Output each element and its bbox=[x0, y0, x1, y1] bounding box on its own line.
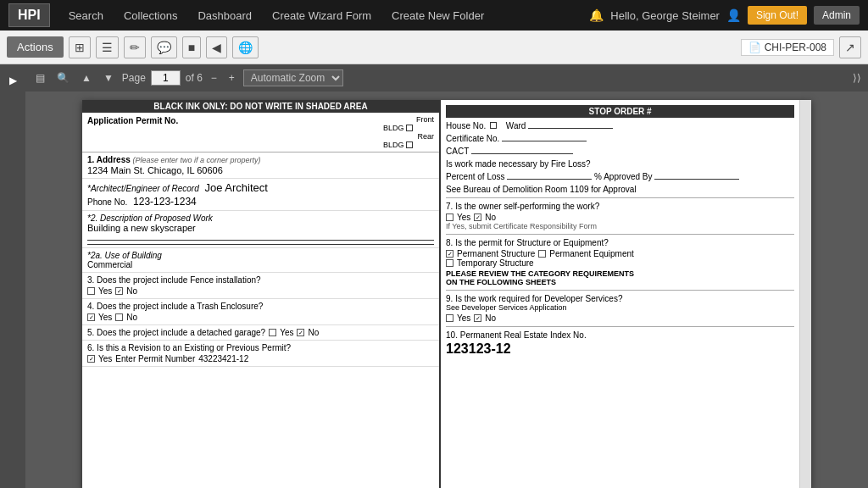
trash-yes-label: Yes bbox=[98, 313, 112, 322]
user-greeting: Hello, George Steimer bbox=[610, 9, 720, 22]
address-sublabel: (Please enter two if a corner property) bbox=[133, 156, 261, 164]
app-permit-label: Application Permit No. bbox=[87, 116, 178, 125]
zoom-in-btn[interactable]: + bbox=[225, 70, 238, 86]
desc-label: *2. Description of Proposed Work bbox=[87, 214, 434, 223]
page-input[interactable] bbox=[151, 70, 181, 86]
revision-permit-label: Enter Permit Number bbox=[115, 354, 195, 363]
q9-yes-cb bbox=[446, 314, 453, 322]
garage-section: 5. Does the project include a detached g… bbox=[82, 325, 439, 341]
pdf-content[interactable]: BLACK INK ONLY: DO NOT WRITE IN SHADED A… bbox=[25, 92, 868, 488]
pdf-prev-btn[interactable]: ▲ bbox=[78, 70, 95, 86]
address-section: 1. Address (Please enter two if a corner… bbox=[82, 152, 439, 179]
fence-label: 3. Does the project include Fence instal… bbox=[87, 275, 434, 285]
permit-side-labels: Front BLDG Rear BLDG bbox=[383, 115, 434, 149]
admin-button[interactable]: Admin bbox=[814, 6, 860, 25]
architect-label: *Architect/Engineer of Record bbox=[87, 184, 199, 193]
trash-yes-cb: ✓ bbox=[87, 313, 95, 321]
user-icon[interactable]: 👤 bbox=[726, 8, 741, 22]
trash-section: 4. Does the project include a Trash Encl… bbox=[82, 299, 439, 325]
nav-dashboard[interactable]: Dashboard bbox=[187, 0, 262, 30]
globe-icon-btn[interactable]: 🌐 bbox=[232, 36, 259, 58]
doc-icon: 📄 bbox=[748, 42, 761, 53]
share-icon-btn[interactable]: ↗ bbox=[839, 36, 861, 58]
demolition-field: See Bureau of Demolition Room 1109 for A… bbox=[446, 185, 794, 194]
doc-ref-text: CHI-PER-008 bbox=[765, 42, 826, 53]
q10-value: 123123-12 bbox=[446, 341, 794, 357]
nav-right: 🔔 Hello, George Steimer 👤 Sign Out! Admi… bbox=[589, 6, 860, 25]
q7-no-cb: ✓ bbox=[474, 214, 481, 221]
cert-no-field: Certificate No. bbox=[446, 134, 794, 143]
pdf-expand-btn[interactable]: ⟩⟩ bbox=[853, 72, 861, 84]
left-sidebar: ▶ bbox=[0, 64, 25, 488]
description-section: *2. Description of Proposed Work Buildin… bbox=[82, 211, 439, 248]
doc-reference: 📄 CHI-PER-008 bbox=[741, 39, 834, 56]
revision-permit-value: 43223421-12 bbox=[198, 354, 248, 363]
address-label: 1. Address bbox=[87, 155, 131, 164]
comment-icon-btn[interactable]: 💬 bbox=[151, 36, 177, 58]
nav-create-folder[interactable]: Create New Folder bbox=[381, 0, 494, 30]
q7-yes-cb bbox=[446, 214, 453, 221]
q8-perm-struct-cb: ✓ bbox=[446, 250, 453, 258]
zoom-out-btn[interactable]: − bbox=[208, 70, 220, 86]
top-nav: HPI Search Collections Dashboard Create … bbox=[0, 0, 868, 30]
house-no-field: House No. Ward bbox=[446, 121, 794, 130]
trash-label: 4. Does the project include a Trash Encl… bbox=[87, 302, 434, 311]
garage-yes-cb bbox=[269, 329, 276, 336]
phone-label: Phone No. bbox=[87, 197, 127, 207]
q9-no-cb: ✓ bbox=[474, 314, 481, 322]
list-icon-btn[interactable]: ☰ bbox=[96, 36, 119, 58]
cact-field: CACT bbox=[446, 147, 794, 156]
page-of: of 6 bbox=[186, 72, 203, 84]
pdf-toolbar: ▤ 🔍 ▲ ▼ Page of 6 − + Automatic Zoom ⟩⟩ bbox=[25, 64, 868, 92]
sidebar-toggle[interactable]: ▶ bbox=[6, 71, 20, 90]
stop-order-header: STOP ORDER # bbox=[446, 105, 794, 118]
trash-no-cb bbox=[115, 313, 123, 321]
use-section: *2a. Use of Building Commercial bbox=[82, 248, 439, 273]
revision-section: 6. Is this a Revision to an Existing or … bbox=[82, 341, 439, 367]
fence-no-cb: ✓ bbox=[115, 287, 123, 295]
garage-yes-label: Yes bbox=[280, 328, 293, 337]
revision-label: 6. Is this a Revision to an Existing or … bbox=[87, 343, 434, 352]
permit-left: BLACK INK ONLY: DO NOT WRITE IN SHADED A… bbox=[82, 100, 441, 488]
use-label: *2a. Use of Building bbox=[87, 251, 434, 260]
use-value: Commercial bbox=[87, 260, 434, 269]
pdf-search-btn[interactable]: 🔍 bbox=[53, 70, 73, 86]
nav-wizard-form[interactable]: Create Wizard Form bbox=[262, 0, 381, 30]
pdf-area: ▤ 🔍 ▲ ▼ Page of 6 − + Automatic Zoom ⟩⟩ … bbox=[25, 64, 868, 488]
stop-icon-btn[interactable]: ■ bbox=[182, 36, 201, 58]
nav-collections[interactable]: Collections bbox=[114, 0, 188, 30]
main-area: ▶ ▤ 🔍 ▲ ▼ Page of 6 − + Automatic Zoom ⟩… bbox=[0, 64, 868, 488]
fence-yes-label: Yes bbox=[98, 286, 112, 296]
nav-search[interactable]: Search bbox=[58, 0, 114, 30]
pdf-next-btn[interactable]: ▼ bbox=[100, 70, 117, 86]
page-label: Page bbox=[122, 72, 146, 84]
address-value: 1234 Main St. Chicago, IL 60606 bbox=[87, 165, 434, 175]
revision-yes-cb: ✓ bbox=[87, 355, 95, 363]
q10-section: 10. Permanent Real Estate Index No. 1231… bbox=[446, 326, 794, 357]
architect-value: Joe Architect bbox=[205, 181, 268, 194]
logo: HPI bbox=[8, 3, 50, 27]
garage-no-label: No bbox=[308, 328, 319, 337]
back-icon-btn[interactable]: ◀ bbox=[206, 36, 227, 58]
bell-icon[interactable]: 🔔 bbox=[589, 8, 604, 22]
pdf-page: BLACK INK ONLY: DO NOT WRITE IN SHADED A… bbox=[82, 100, 811, 488]
fence-no-label: No bbox=[126, 286, 137, 296]
fence-section: 3. Does the project include Fence instal… bbox=[82, 273, 439, 299]
edit-icon-btn[interactable]: ✏ bbox=[124, 36, 146, 58]
percent-loss-field: Percent of Loss % Approved By bbox=[446, 172, 794, 181]
trash-no-label: No bbox=[126, 313, 137, 322]
garage-label: 5. Does the project include a detached g… bbox=[87, 328, 265, 337]
signout-button[interactable]: Sign Out! bbox=[748, 6, 807, 25]
garage-no-cb: ✓ bbox=[297, 329, 304, 336]
desc-value: Building a new skyscraper bbox=[87, 223, 434, 233]
black-ink-header: BLACK INK ONLY: DO NOT WRITE IN SHADED A… bbox=[82, 100, 439, 113]
q8-temp-struct-cb bbox=[446, 259, 453, 267]
fence-yes-cb bbox=[87, 287, 95, 295]
architect-section: *Architect/Engineer of Record Joe Archit… bbox=[82, 179, 439, 211]
actions-button[interactable]: Actions bbox=[7, 36, 64, 58]
zoom-select[interactable]: Automatic Zoom bbox=[243, 69, 343, 86]
revision-yes-label: Yes bbox=[98, 354, 112, 363]
grid-icon-btn[interactable]: ⊞ bbox=[69, 36, 91, 58]
pdf-scrollbar[interactable] bbox=[799, 100, 811, 488]
pdf-sidebar-btn[interactable]: ▤ bbox=[32, 70, 48, 86]
